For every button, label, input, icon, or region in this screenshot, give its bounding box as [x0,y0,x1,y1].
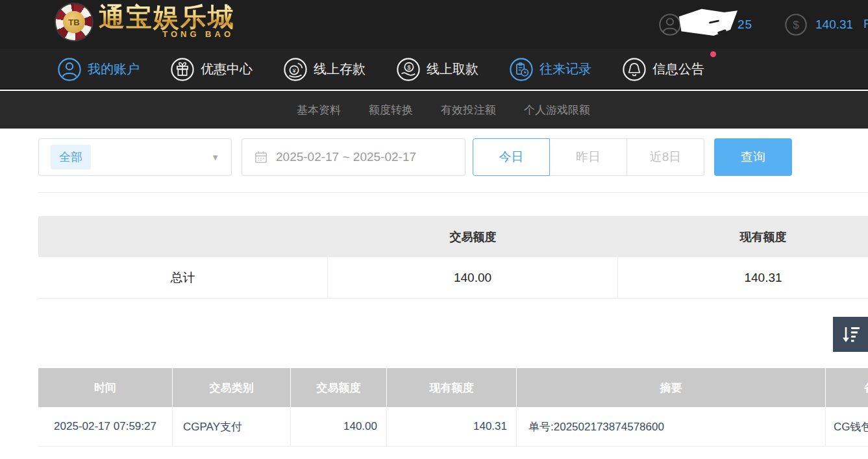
tx-type: CGPAY支付 [173,407,291,446]
withdraw-coin-hand-icon: $ [396,57,421,82]
svg-text:¥: ¥ [292,67,296,73]
nav-label: 线上存款 [314,60,366,78]
summary-current-amount-value: 140.31 [618,257,868,298]
tx-header-summary: 摘要 [517,368,826,407]
nav-label: 我的账户 [88,60,140,78]
tx-header-trade-amount: 交易额度 [291,368,387,407]
site-logo[interactable]: TB 通宝娱乐城 TONG BAO [56,3,235,40]
svg-text:$: $ [793,19,799,31]
main-navigation: 我的账户 优惠中心 ¥ 线上存款 [0,49,868,90]
gift-icon [170,57,195,82]
deposit-coin-hand-icon: ¥ [283,57,308,82]
yesterday-button[interactable]: 昨日 [550,138,627,176]
nav-label: 线上取款 [427,60,478,78]
transaction-row: 2025-02-17 07:59:27 CGPAY支付 140.00 140.3… [38,407,868,447]
subnav-item-game-limits[interactable]: 个人游戏限额 [524,103,590,118]
user-icon [57,57,82,82]
transactions-table-header: 时间 交易类别 交易额度 现有额度 摘要 备注 [38,368,868,407]
brand-name-cn: 通宝娱乐城 [99,3,235,31]
subnav-item-valid-bets[interactable]: 有效投注额 [441,103,496,118]
calendar-icon [254,150,268,164]
nav-item-transaction-records[interactable]: 往来记录 [509,57,591,82]
svg-text:$: $ [407,64,411,71]
records-clipboard-icon [509,57,534,82]
summary-total-label: 总计 [38,257,328,298]
summary-table-header: 交易额度 现有额度 [38,216,868,257]
subnav-item-basic-info[interactable]: 基本资料 [297,103,341,118]
top-header-bar: TB 通宝娱乐城 TONG BAO 25 $ 140.31 R [0,0,868,49]
bell-icon [622,57,647,82]
tx-remark: CG钱包 [826,407,868,446]
divider [38,192,868,193]
poker-chip-icon: TB [56,4,92,40]
transactions-table: 时间 交易类别 交易额度 现有额度 摘要 备注 2025-02-17 07:59… [38,368,868,447]
quick-date-button-group: 今日 昨日 近8日 [473,138,704,176]
account-balance[interactable]: $ 140.31 [784,0,853,49]
last-8-days-button[interactable]: 近8日 [627,138,704,176]
today-button[interactable]: 今日 [473,138,550,176]
nav-item-deposit[interactable]: ¥ 线上存款 [283,57,366,82]
nav-item-my-account[interactable]: 我的账户 [57,57,140,82]
username-visible-part: 25 [738,18,752,32]
query-button[interactable]: 查询 [714,138,792,176]
tx-header-type: 交易类别 [173,368,291,407]
summary-table: 交易额度 现有额度 总计 140.00 140.31 [38,216,868,299]
chevron-down-icon: ▼ [211,153,219,162]
nav-item-withdraw[interactable]: $ 线上取款 [396,57,478,82]
date-range-input[interactable]: 2025-02-17 ~ 2025-02-17 [242,138,465,176]
sort-descending-icon [839,323,862,345]
nav-item-announcements[interactable]: 信息公告 [622,57,704,82]
nav-label: 优惠中心 [201,60,253,78]
summary-header-trade-amount: 交易额度 [328,216,618,257]
chip-tb-text: TB [63,11,85,33]
tx-header-remark: 备注 [826,368,868,407]
summary-header-current-amount: 现有额度 [618,216,868,257]
sort-descending-button[interactable] [833,317,868,352]
tx-time: 2025-02-17 07:59:27 [38,407,173,446]
tx-current-amount: 140.31 [387,407,517,446]
tx-header-time: 时间 [38,368,173,407]
summary-trade-amount-value: 140.00 [328,257,618,298]
tx-trade-amount: 140.00 [291,407,387,446]
nav-label: 信息公告 [652,60,704,78]
date-range-value: 2025-02-17 ~ 2025-02-17 [276,150,416,164]
selected-type-tag: 全部 [51,145,91,169]
user-avatar-icon [658,13,682,36]
balance-amount: 140.31 [815,18,853,32]
subnav-item-credit-transfer[interactable]: 额度转换 [369,103,413,118]
summary-total-row: 总计 140.00 140.31 [38,257,868,299]
balance-cutoff-glyph: R [863,17,868,31]
nav-item-promotions[interactable]: 优惠中心 [170,57,253,82]
summary-header-empty [38,216,328,257]
dollar-coin-icon: $ [784,13,808,36]
nav-label: 往来记录 [539,60,591,78]
brand-name-en: TONG BAO [162,29,234,39]
sub-navigation: 基本资料 额度转换 有效投注额 个人游戏限额 [0,91,868,129]
notification-dot [710,51,716,57]
transaction-type-select[interactable]: 全部 ▼ [38,138,232,176]
tx-header-current-amount: 现有额度 [387,368,517,407]
tx-summary: 单号:202502173874578600 [517,407,826,446]
